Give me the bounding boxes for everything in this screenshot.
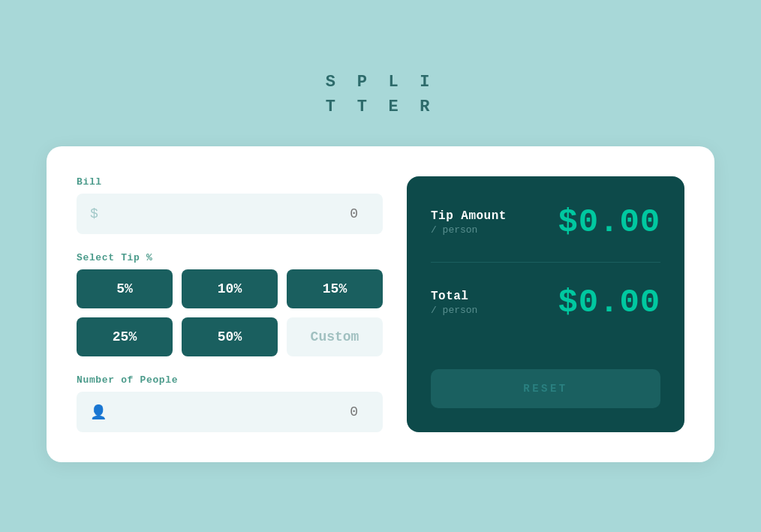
tip-amount-value: $0.00: [558, 203, 660, 241]
people-label: Number of People: [77, 374, 383, 386]
people-input[interactable]: [113, 404, 369, 419]
tip-btn-10[interactable]: 10%: [182, 269, 278, 308]
tip-btn-25[interactable]: 25%: [77, 317, 173, 356]
tip-section: Select Tip % 5% 10% 15% 25% 50% Custom: [77, 252, 383, 356]
bill-label: Bill: [77, 176, 383, 188]
total-sub: / person: [431, 305, 477, 316]
total-block: Total / person $0.00: [431, 284, 660, 321]
tip-btn-5[interactable]: 5%: [77, 269, 173, 308]
left-panel: Bill $ Select Tip % 5% 10% 15% 25% 50% C…: [77, 176, 383, 432]
tip-amount-block: Tip Amount / person $0.00: [431, 203, 660, 241]
tip-amount-title: Tip Amount: [431, 209, 507, 223]
bill-input-wrapper: $: [77, 194, 383, 234]
people-section: Number of People 👤: [77, 374, 383, 432]
bill-input[interactable]: [104, 206, 369, 221]
total-label-group: Total / person: [431, 290, 477, 316]
tip-btn-50[interactable]: 50%: [182, 317, 278, 356]
right-panel: Tip Amount / person $0.00 Total / person…: [407, 176, 684, 432]
total-value: $0.00: [558, 284, 660, 321]
reset-button[interactable]: RESET: [431, 369, 660, 408]
people-input-wrapper: 👤: [77, 392, 383, 432]
tip-label: Select Tip %: [77, 252, 383, 263]
tip-btn-15[interactable]: 15%: [287, 269, 383, 308]
tip-buttons-grid: 5% 10% 15% 25% 50% Custom: [77, 269, 383, 356]
tip-amount-label-group: Tip Amount / person: [431, 209, 507, 236]
tip-btn-custom[interactable]: Custom: [287, 317, 383, 356]
person-icon: 👤: [90, 404, 107, 420]
main-card: Bill $ Select Tip % 5% 10% 15% 25% 50% C…: [47, 146, 714, 462]
tip-amount-sub: / person: [431, 224, 507, 236]
app-title: S P L I T T E R: [326, 70, 435, 119]
divider: [431, 262, 660, 263]
total-title: Total: [431, 290, 477, 303]
bill-section: Bill $: [77, 176, 383, 234]
dollar-icon: $: [90, 206, 98, 221]
